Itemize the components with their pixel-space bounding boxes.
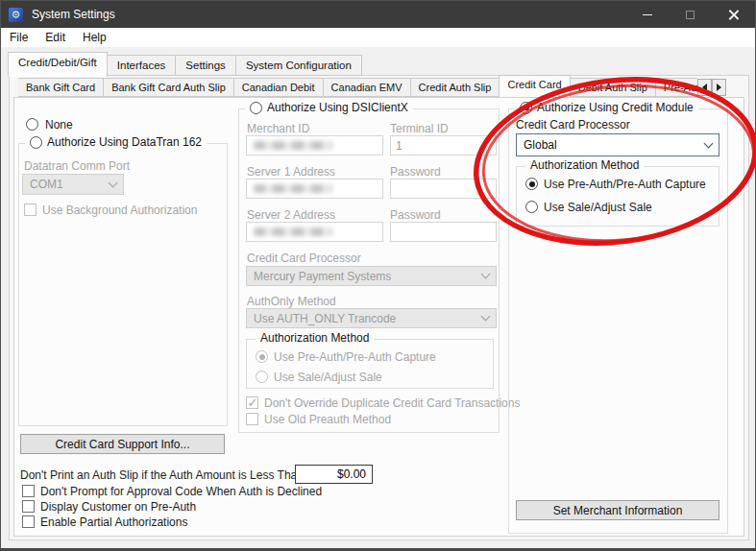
checkbox-dont-prompt-approval[interactable] (22, 485, 35, 497)
authonly-method-label: AuthOnly Method (247, 295, 336, 308)
dont-prompt-approval-label: Don't Prompt for Approval Code When Auth… (40, 485, 322, 498)
close-icon (728, 10, 739, 20)
auth-amount-field[interactable]: $0.00 (295, 465, 373, 484)
chevron-down-icon (481, 312, 491, 322)
credit-module-caption: Authorize Using Credit Module (537, 101, 694, 114)
server1-address-field (246, 179, 383, 199)
tab-bank-gift-card-auth-slip[interactable]: Bank Gift Card Auth Slip (103, 78, 234, 97)
minimize-button[interactable] (625, 1, 669, 28)
com-port-value: COM1 (30, 178, 110, 191)
sale-adjust-label-middle: Use Sale/Adjust Sale (274, 371, 382, 384)
use-old-preauth-label: Use Old Preauth Method (264, 413, 391, 426)
preauth-capture-label-right: Use Pre-Auth/Pre-Auth Capture (544, 178, 706, 191)
tab-interfaces[interactable]: Interfaces (107, 55, 177, 76)
tab-system-configuration[interactable]: System Configuration (235, 55, 362, 76)
radio-authorize-dsiclientx[interactable] (250, 102, 262, 114)
window-title: System Settings (32, 8, 115, 21)
dont-override-duplicate-label: Don't Override Duplicate Credit Card Tra… (264, 396, 520, 410)
radio-sale-adjust-right[interactable] (525, 201, 538, 213)
password1-field (390, 179, 497, 199)
checkbox-dont-override-duplicate (246, 396, 258, 409)
credit-card-processor-label-middle: Credit Card Processor (247, 252, 361, 265)
terminal-id-value: 1 (396, 139, 402, 153)
chevron-down-icon (481, 270, 491, 279)
display-customer-preauth-label: Display Customer on Pre-Auth (40, 500, 196, 514)
credit-card-support-info-button[interactable]: Credit Card Support Info... (20, 434, 225, 454)
menu-bar: File Edit Help (1, 28, 755, 47)
datatran-group-caption: Authorize Using DataTran 162 (47, 135, 202, 149)
radio-authorize-datatran[interactable] (30, 136, 42, 149)
terminal-id-label: Terminal ID (390, 122, 449, 135)
tab-scroll-right-button[interactable] (712, 79, 726, 96)
checkbox-display-customer-preauth[interactable] (22, 500, 35, 513)
tab-credit-debit-gift[interactable]: Credit/Debit/Gift (8, 52, 108, 77)
processor-value-right: Global (524, 138, 705, 152)
minimize-icon (643, 14, 652, 15)
credit-card-processor-label-right: Credit Card Processor (516, 118, 630, 132)
authorization-method-caption-middle: Authorization Method (260, 331, 369, 345)
dont-print-auth-slip-label: Don't Print an Auth Slip if the Auth Amo… (20, 468, 304, 482)
processor-select-middle: Mercury Payment Systems (246, 266, 497, 286)
checkbox-enable-partial-authorizations[interactable] (22, 515, 35, 528)
password2-field (390, 222, 497, 242)
tab-scroll-left-button[interactable] (697, 79, 712, 96)
scroll-right-icon (717, 84, 725, 91)
maximize-button[interactable] (669, 1, 712, 28)
redacted-blur (254, 184, 332, 193)
server2-address-label: Server 2 Address (247, 208, 335, 222)
tab-canadian-emv[interactable]: Canadian EMV (323, 78, 411, 97)
checkbox-use-old-preauth (246, 413, 258, 425)
enable-partial-authorizations-label: Enable Partial Authorizations (40, 515, 187, 529)
preauth-capture-label-middle: Use Pre-Auth/Pre-Auth Capture (274, 350, 436, 364)
password2-label: Password (390, 208, 441, 222)
tab-credit-auth-slip[interactable]: Credit Auth Slip (410, 78, 500, 97)
authonly-method-select: Use AUTH_ONLY Trancode (246, 308, 497, 328)
scroll-left-icon (698, 84, 707, 91)
tab-row-secondary: Bank Gift Card Bank Gift Card Auth Slip … (18, 75, 697, 97)
radio-none-label: None (45, 118, 73, 132)
com-port-select: COM1 (22, 174, 124, 195)
use-background-authorization-label: Use Background Authorization (42, 204, 197, 217)
radio-authorize-credit-module[interactable] (520, 102, 532, 114)
merchant-id-label: Merchant ID (247, 122, 309, 135)
authorization-method-caption-right: Authorization Method (530, 158, 639, 172)
tab-debit-auth-slip[interactable]: Debit Auth Slip (570, 78, 656, 97)
checkbox-use-background-authorization (24, 204, 37, 216)
server2-address-field (246, 222, 383, 242)
tab-pre-auth-slip[interactable]: Pre-Auth Slip (655, 78, 697, 97)
menu-help[interactable]: Help (74, 28, 115, 47)
menu-file[interactable]: File (1, 28, 37, 47)
radio-preauth-capture-middle (256, 350, 268, 363)
password1-label: Password (390, 165, 441, 179)
tab-bank-gift-card[interactable]: Bank Gift Card (18, 78, 104, 97)
server1-address-label: Server 1 Address (247, 165, 335, 179)
menu-edit[interactable]: Edit (37, 28, 74, 47)
tab-settings[interactable]: Settings (175, 55, 236, 76)
chevron-down-icon (109, 178, 118, 187)
maximize-icon (686, 11, 695, 19)
sale-adjust-label-right: Use Sale/Adjust Sale (544, 201, 652, 214)
merchant-id-field (246, 135, 383, 156)
radio-none[interactable] (26, 118, 38, 131)
processor-value-middle: Mercury Payment Systems (254, 270, 482, 283)
redacted-blur (254, 228, 332, 236)
tab-row-primary: Credit/Debit/Gift Interfaces Settings Sy… (9, 52, 362, 76)
app-gear-icon: ⚙ (9, 8, 23, 22)
authorization-method-group-right: Authorization Method (516, 166, 719, 227)
chevron-down-icon (704, 138, 714, 148)
close-button[interactable] (712, 1, 755, 28)
authonly-method-value: Use AUTH_ONLY Trancode (254, 312, 482, 325)
dsiclientx-group-caption: Authorize Using DSIClientX (267, 101, 408, 114)
radio-sale-adjust-middle (256, 371, 268, 383)
datatran-comm-port-label: Datatran Comm Port (24, 159, 130, 173)
tab-credit-card[interactable]: Credit Card (499, 75, 570, 97)
system-settings-window: ⚙ System Settings File Edit Help Credit/… (0, 0, 756, 551)
tab-canadian-debit[interactable]: Canadian Debit (233, 78, 324, 97)
title-bar: ⚙ System Settings (1, 1, 755, 28)
redacted-blur (254, 141, 332, 150)
radio-preauth-capture-right[interactable] (525, 178, 538, 190)
terminal-id-field: 1 (390, 135, 497, 156)
processor-select-right[interactable]: Global (516, 133, 719, 156)
set-merchant-information-button[interactable]: Set Merchant Information (516, 500, 719, 520)
